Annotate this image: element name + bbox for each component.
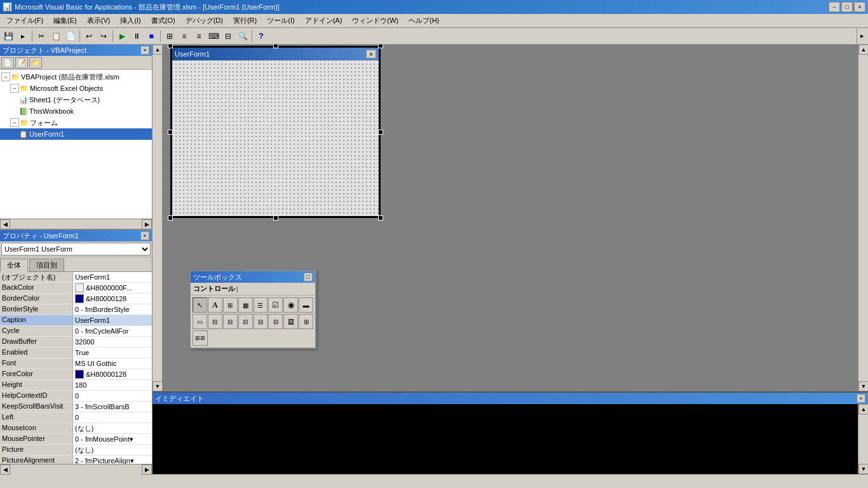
h-scroll-track[interactable] [10,219,142,229]
handle-bc[interactable] [273,215,278,220]
handle-mr[interactable] [378,130,383,135]
toolbar-stop[interactable]: ■ [144,29,158,43]
project-horiz-scroll[interactable]: ◀ ▶ [0,219,152,229]
toolbar-save[interactable]: 💾 [1,29,15,43]
handle-br[interactable] [378,215,383,220]
immediate-close-btn[interactable]: × [857,394,865,403]
expand-excel-objects[interactable]: − [10,84,19,93]
prop-hscroll-left[interactable]: ◀ [0,464,10,475]
ctrl-combobox[interactable]: ▦ [238,297,253,313]
menu-window[interactable]: ウィンドウ(W) [347,15,403,27]
h-scroll-left[interactable]: ◀ [0,219,10,229]
tree-item-vbaproject[interactable]: − 📁 VBAProject (部品在庫管理.xlsm [0,71,152,83]
ctrl-image[interactable]: 🖼 [283,314,298,329]
maximize-button[interactable]: □ [841,2,853,12]
form-title-bar[interactable]: UserForm1 × [172,48,379,60]
proj-view-code[interactable]: 📝 [15,57,28,69]
immediate-vscroll-down[interactable]: ▼ [858,464,868,474]
ctrl-scrollbar[interactable]: ⊟ [254,314,268,329]
ctrl-select[interactable]: ↖ [193,297,207,313]
prop-object-select[interactable]: UserForm1 UserForm [1,243,151,255]
ctrl-spinbutton[interactable]: ⊟ [268,314,283,329]
toolbar-play[interactable]: ▶ [115,29,129,43]
ctrl-label[interactable]: A [208,297,222,313]
menu-insert[interactable]: 挿入(I) [115,15,146,27]
toolbar-paste[interactable]: 📄 [64,29,78,43]
ctrl-extra[interactable]: ⊞⊞ [193,330,208,346]
ctrl-tabstrip[interactable]: ⊟ [223,314,238,329]
ctrl-listbox[interactable]: ☰ [254,297,268,313]
project-tree[interactable]: − 📁 VBAProject (部品在庫管理.xlsm − 📁 Microsof… [0,70,152,219]
form-body[interactable] [172,60,379,216]
tree-item-sheet1[interactable]: 📊 Sheet1 (データベース) [0,94,152,105]
tree-label-userform1: UserForm1 [29,130,64,138]
expand-vbaproject[interactable]: − [1,72,10,81]
toolbar-sep4 [160,30,161,42]
tree-item-thisworkbook[interactable]: 📗 ThisWorkbook [0,105,152,117]
properties-panel-close[interactable]: × [140,231,149,240]
toolbar-pause[interactable]: ⏸ [130,29,144,43]
right-vscroll-down[interactable]: ▼ [858,381,868,391]
ctrl-multipage[interactable]: ⊟ [238,314,253,329]
immediate-vscroll-track[interactable] [858,414,868,464]
menu-format[interactable]: 書式(O) [146,15,180,27]
toolbar-undo[interactable]: ↩ [82,29,96,43]
toolbar-redo[interactable]: ↪ [97,29,111,43]
toolbar-help[interactable]: ? [254,29,268,43]
toolbar-copy[interactable]: 📋 [49,29,63,43]
left-vscroll-down[interactable]: ▼ [153,381,163,391]
handle-ml[interactable] [168,130,173,135]
form-close-button[interactable]: × [366,50,376,58]
prop-tab-all[interactable]: 全体 [0,259,28,272]
left-vscroll-track[interactable] [153,55,162,381]
toolbox-minimize-btn[interactable]: □ [304,273,313,281]
toolbar-cut[interactable]: ✂ [34,29,48,43]
handle-tr[interactable] [378,44,383,48]
prop-hscroll-right[interactable]: ▶ [142,464,152,475]
toolbar-run[interactable]: ▸ [16,29,30,43]
prop-tab-category[interactable]: 項目別 [29,259,64,271]
toolbar-more1[interactable]: ⌨ [207,29,220,43]
proj-toggle-folders[interactable]: 📁 [29,57,42,69]
menu-help[interactable]: ヘルプ(H) [403,15,444,27]
toolbar-scroll[interactable]: ▸ [857,29,867,44]
immediate-vscroll-up[interactable]: ▲ [858,404,868,414]
prop-hscroll[interactable]: ◀ ▶ [0,464,152,474]
toolbar-align-left[interactable]: ≡ [177,29,191,43]
tree-item-forms[interactable]: − 📁 フォーム [0,117,152,128]
minimize-button[interactable]: − [829,2,840,12]
menu-addins[interactable]: アドイン(A) [300,15,348,27]
handle-tl[interactable] [168,44,173,48]
right-vscroll-track[interactable] [858,55,868,381]
ctrl-optionbutton[interactable]: ◉ [283,297,298,313]
ctrl-togglebutton[interactable]: ▬ [299,297,313,313]
toolbar-design[interactable]: ⊞ [163,29,177,43]
expand-forms[interactable]: − [10,118,19,127]
tree-item-userform1[interactable]: 📋 UserForm1 [0,128,152,140]
right-vscroll-up[interactable]: ▲ [858,44,868,55]
proj-view-object[interactable]: 📄 [1,57,14,69]
ctrl-textbox[interactable]: ⊞ [223,297,238,313]
menu-file[interactable]: ファイル(F) [1,15,48,27]
ctrl-refbutton[interactable]: ⊞ [299,314,313,329]
menu-debug[interactable]: デバッグ(D) [180,15,228,27]
toolbar-objectbrowser[interactable]: 🔍 [236,29,250,43]
ctrl-frame[interactable]: ▭ [193,314,207,329]
menu-edit[interactable]: 編集(E) [48,15,82,27]
close-button[interactable]: × [854,2,865,12]
menu-tools[interactable]: ツール(I) [262,15,299,27]
immediate-content[interactable]: ▲ ▼ [153,404,868,474]
handle-bl[interactable] [168,215,173,220]
ctrl-commandbutton[interactable]: ⊟ [208,314,222,329]
menu-run[interactable]: 実行(R) [228,15,262,27]
toolbar-align-center[interactable]: ≡ [192,29,206,43]
tree-item-excel-objects[interactable]: − 📁 Microsoft Excel Objects [0,83,152,94]
project-panel-close[interactable]: × [140,46,149,55]
ctrl-checkbox[interactable]: ☑ [268,297,283,313]
toolbar-more2[interactable]: ⊟ [221,29,235,43]
menu-view[interactable]: 表示(V) [82,15,116,27]
handle-tc[interactable] [273,44,278,48]
left-vscroll-up[interactable]: ▲ [153,44,163,55]
h-scroll-right[interactable]: ▶ [142,219,152,229]
prop-row-helpcontextid: HelpContextID 0 [0,391,152,402]
